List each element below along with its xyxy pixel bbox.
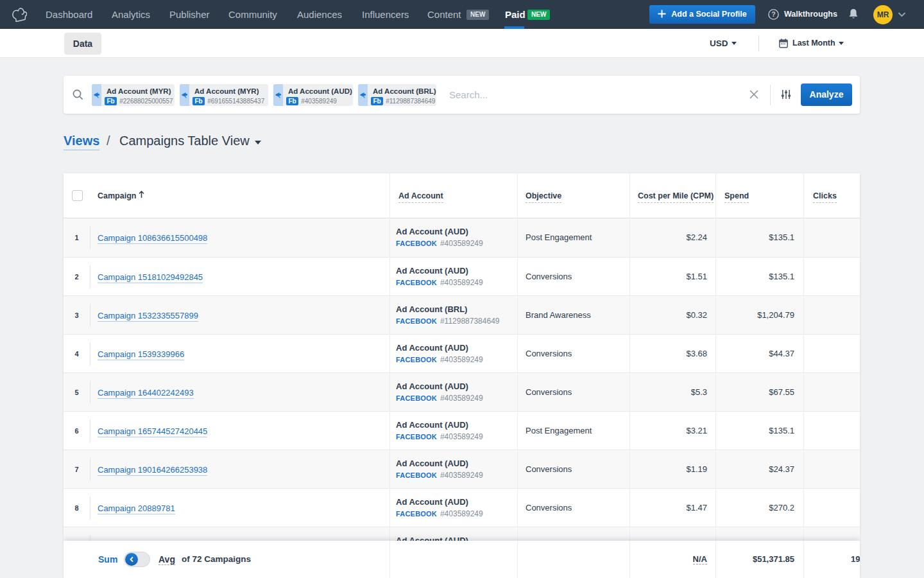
svg-text:?: ? (771, 10, 775, 18)
